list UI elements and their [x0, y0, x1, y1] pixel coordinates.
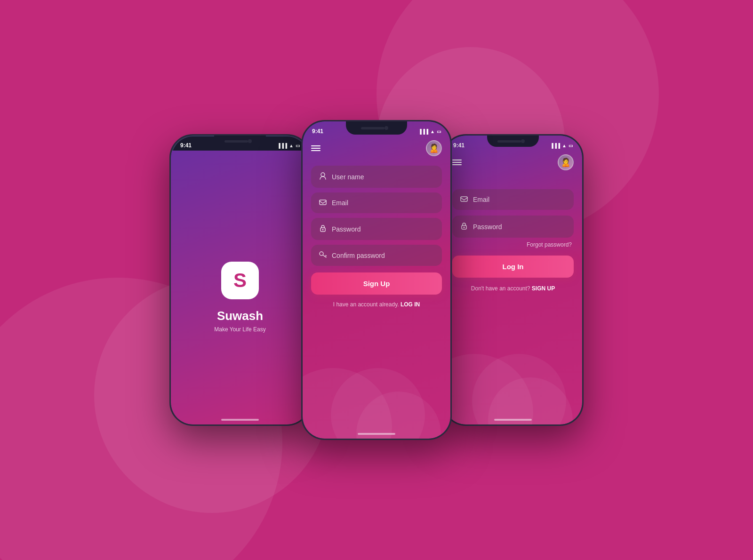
camera-center: [385, 126, 388, 130]
status-icons-left: ▐▐▐ ▲ ▭: [277, 143, 300, 148]
signup-button-label: Sign Up: [363, 280, 390, 288]
battery-icon-left: ▭: [296, 143, 300, 148]
hamburger-button-right[interactable]: [452, 160, 462, 165]
phones-container: 9:41 ▐▐▐ ▲ ▭ S Suwash Make Your Life Eas…: [47, 120, 706, 440]
signup-form: User name Email: [303, 161, 450, 439]
hamburger-line-r2: [452, 162, 462, 163]
login-link[interactable]: LOG IN: [401, 301, 420, 308]
username-label: User name: [332, 173, 364, 181]
confirm-password-label: Confirm password: [332, 252, 385, 259]
login-button-label: Log In: [503, 263, 524, 271]
camera-right: [521, 139, 525, 143]
password-label-signup: Password: [332, 225, 360, 233]
email-field-login[interactable]: Email: [452, 189, 574, 210]
time-center: 9:41: [312, 128, 323, 135]
have-account-text: I have an account already. LOG IN: [311, 301, 442, 308]
avatar-image-center: 🙎: [429, 143, 439, 153]
app-tagline: Make Your Life Easy: [214, 326, 265, 333]
hamburger-line-r1: [452, 160, 462, 160]
signup-header: 🙎: [303, 136, 450, 161]
battery-icon-right: ▭: [569, 143, 573, 148]
logo-letter: S: [233, 269, 247, 292]
svg-point-3: [322, 229, 324, 231]
email-field-signup[interactable]: Email: [311, 192, 442, 213]
email-label-signup: Email: [332, 199, 348, 207]
wifi-icon-right: ▲: [562, 143, 567, 148]
password-label-login: Password: [473, 223, 502, 231]
home-indicator-left: [221, 419, 259, 421]
no-account-text: Don't have an account? SIGN UP: [452, 285, 574, 292]
speaker-center: [361, 127, 385, 129]
hamburger-line-1: [311, 145, 320, 146]
username-field[interactable]: User name: [311, 166, 442, 188]
signal-icon-right: ▐▐▐: [550, 143, 560, 148]
signup-link[interactable]: SIGN UP: [532, 285, 555, 292]
forgot-password-link[interactable]: Forgot password?: [452, 241, 574, 248]
no-account-regular: Don't have an account?: [471, 285, 530, 292]
phone-login: 9:41 ▐▐▐ ▲ ▭ 🙎: [442, 134, 584, 426]
login-form: Email Password: [444, 175, 582, 424]
password-field-signup[interactable]: Password: [311, 218, 442, 240]
avatar-image-right: 🙎: [561, 157, 571, 168]
user-icon: [319, 172, 327, 181]
forgot-password-label: Forgot password?: [527, 241, 572, 248]
avatar-right[interactable]: 🙎: [558, 154, 574, 170]
signup-button[interactable]: Sign Up: [311, 272, 442, 295]
time-right: 9:41: [453, 142, 465, 149]
lock-icon-signup: [319, 224, 327, 233]
signup-phone-screen: 9:41 ▐▐▐ ▲ ▭ 🙎: [303, 121, 450, 439]
phone-splash: 9:41 ▐▐▐ ▲ ▭ S Suwash Make Your Life Eas…: [169, 134, 311, 426]
hamburger-line-3: [311, 150, 320, 151]
svg-point-7: [464, 227, 465, 228]
hamburger-line-2: [311, 148, 320, 149]
email-label-login: Email: [473, 196, 489, 203]
email-icon-signup: [319, 199, 327, 207]
login-phone-screen: 9:41 ▐▐▐ ▲ ▭ 🙎: [444, 136, 582, 424]
splash-content: S Suwash Make Your Life Easy: [171, 151, 309, 424]
key-icon: [319, 251, 327, 259]
password-field-login[interactable]: Password: [452, 216, 574, 238]
lock-icon-login: [460, 222, 468, 231]
notch-right: [487, 136, 539, 147]
wifi-icon-center: ▲: [430, 129, 435, 134]
time-left: 9:41: [180, 142, 192, 149]
phone-signup: 9:41 ▐▐▐ ▲ ▭ 🙎: [301, 120, 452, 440]
login-header: 🙎: [444, 151, 582, 175]
svg-rect-5: [461, 197, 467, 201]
have-account-regular: I have an account already.: [333, 301, 399, 308]
avatar-center[interactable]: 🙎: [426, 140, 442, 156]
hamburger-line-r3: [452, 164, 462, 165]
signup-screen: 9:41 ▐▐▐ ▲ ▭ 🙎: [303, 121, 450, 439]
speaker-right: [497, 140, 521, 143]
hamburger-button-center[interactable]: [311, 145, 320, 151]
email-icon-login: [460, 196, 468, 203]
login-screen: 9:41 ▐▐▐ ▲ ▭ 🙎: [444, 136, 582, 424]
notch-left: [214, 136, 266, 147]
login-button[interactable]: Log In: [452, 256, 574, 278]
home-indicator-right: [494, 419, 532, 421]
app-name: Suwash: [217, 309, 263, 323]
wifi-icon-left: ▲: [289, 143, 294, 148]
confirm-password-field[interactable]: Confirm password: [311, 245, 442, 266]
signal-icon-left: ▐▐▐: [277, 143, 287, 148]
app-logo: S: [221, 262, 259, 299]
camera-left: [248, 139, 252, 143]
signal-icon-center: ▐▐▐: [418, 129, 428, 134]
home-indicator-center: [358, 433, 395, 435]
speaker-left: [224, 140, 248, 143]
notch-center: [346, 121, 407, 135]
svg-rect-1: [320, 200, 326, 205]
status-icons-right: ▐▐▐ ▲ ▭: [550, 143, 573, 148]
battery-icon-center: ▭: [437, 129, 441, 134]
splash-phone-screen: 9:41 ▐▐▐ ▲ ▭ S Suwash Make Your Life Eas…: [171, 136, 309, 424]
svg-point-0: [321, 173, 325, 176]
status-icons-center: ▐▐▐ ▲ ▭: [418, 129, 441, 134]
